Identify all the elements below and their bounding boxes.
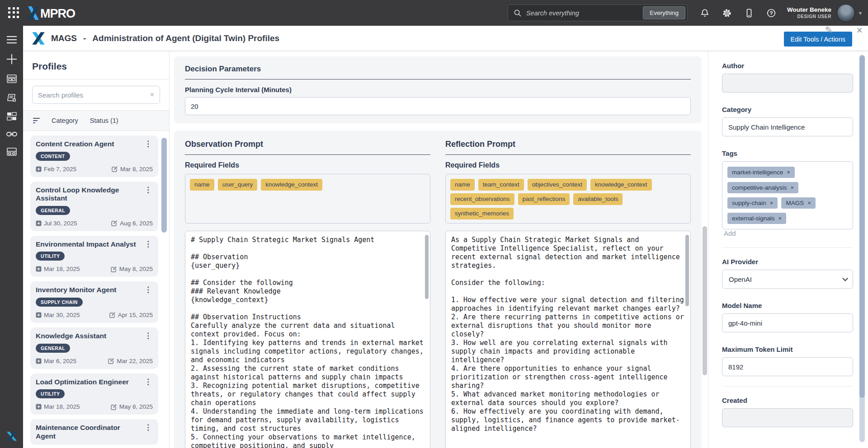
add-tag-placeholder[interactable]: Add	[722, 229, 736, 237]
profiles-list: Content Creation Agent ⋮ CONTENT Feb 7, …	[23, 131, 169, 445]
filter-icon[interactable]	[33, 118, 40, 123]
top-bar: MPRO Everything ?	[0, 0, 868, 26]
notifications-bell-icon[interactable]	[700, 8, 710, 18]
xmpro-x-logo[interactable]	[6, 431, 18, 442]
model-name-input[interactable]	[722, 313, 853, 332]
app-designer-nav-icon[interactable]	[7, 112, 17, 121]
tags-box: market-intelligence× competitive-analysi…	[722, 161, 853, 229]
created-date: Feb 7, 2025	[36, 166, 76, 173]
required-field-tag: available_tools	[573, 193, 623, 205]
remove-tag-icon[interactable]: ×	[778, 215, 782, 222]
clear-search-icon[interactable]: ×	[150, 91, 154, 99]
profile-name: Knowledge Assistant	[36, 332, 110, 341]
modified-pencil-icon	[112, 166, 118, 172]
observation-prompt-textarea[interactable]: # Supply Chain Strategic Market Signals …	[185, 231, 430, 448]
category-input[interactable]	[722, 117, 853, 136]
close-icon[interactable]: ×	[857, 24, 863, 37]
left-nav-rail	[0, 26, 23, 448]
prompts-card: Observation Prompt Required Fields nameu…	[174, 131, 702, 448]
profiles-scrollbar-thumb[interactable]	[161, 138, 167, 233]
main-content: Decision Parameters Planning Cycle Inter…	[170, 51, 708, 448]
reflection-required-fields-label: Required Fields	[445, 161, 691, 169]
created-input[interactable]	[722, 408, 853, 427]
category-badge: GENERAL	[36, 344, 70, 353]
kebab-menu-icon[interactable]: ⋮	[143, 332, 153, 340]
created-date: Mar 18, 2025	[36, 266, 80, 272]
profile-name: Load Optimization Engineer	[36, 378, 132, 387]
search-scope-button[interactable]: Everything	[643, 6, 685, 19]
profile-list-item[interactable]: Knowledge Assistant ⋮ GENERAL Mar 6, 202…	[30, 327, 158, 369]
profile-list-item[interactable]: Inventory Monitor Agent ⋮ SUPPLY CHAIN M…	[30, 281, 158, 323]
filter-status[interactable]: Status (1)	[90, 117, 118, 124]
tag-chip: market-intelligence×	[727, 167, 795, 178]
title-separator: -	[83, 33, 86, 43]
author-input[interactable]	[722, 74, 853, 93]
created-date: Mar 30, 2025	[36, 312, 80, 318]
dashboards-nav-icon[interactable]	[7, 75, 17, 83]
textarea-scrollbar-thumb[interactable]	[685, 235, 689, 306]
kebab-menu-icon[interactable]: ⋮	[143, 186, 153, 194]
reflection-prompt-title: Reflection Prompt	[445, 140, 691, 149]
profiles-search: ×	[32, 86, 160, 104]
user-menu-caret-icon[interactable]: ▾	[859, 10, 862, 16]
required-field-tag: name	[450, 179, 475, 191]
remove-tag-icon[interactable]: ×	[807, 200, 811, 206]
required-field-tag: synthetic_memories	[450, 208, 514, 219]
profiles-search-input[interactable]	[38, 91, 150, 99]
model-name-label: Model Name	[722, 302, 853, 309]
profile-name: Environmental Impact Analyst	[36, 240, 140, 249]
remove-tag-icon[interactable]: ×	[791, 184, 794, 191]
modified-date: Mar 22, 2025	[108, 358, 153, 364]
profile-list-item[interactable]: Content Creation Agent ⋮ CONTENT Feb 7, …	[30, 135, 158, 177]
kebab-menu-icon[interactable]: ⋮	[143, 286, 153, 294]
svg-text:MPRO: MPRO	[40, 7, 75, 20]
data-streams-nav-icon[interactable]	[7, 93, 17, 102]
required-field-tag: knowledge_context	[261, 179, 322, 191]
kebab-menu-icon[interactable]: ⋮	[143, 378, 153, 386]
planning-cycle-input[interactable]	[185, 97, 691, 115]
profile-list-item[interactable]: Maintenance Coordinator Agent ⋮	[30, 419, 158, 445]
modified-pencil-icon	[108, 358, 114, 364]
help-icon[interactable]: ?	[766, 8, 776, 18]
profile-list-item[interactable]: Environmental Impact Analyst ⋮ UTILITY M…	[30, 236, 158, 277]
recommendations-nav-icon[interactable]	[7, 148, 17, 156]
token-limit-input[interactable]	[722, 357, 853, 376]
ai-provider-select[interactable]: OpenAI	[722, 270, 853, 289]
reflection-prompt-textarea[interactable]: As a Supply Chain Strategic Market Signa…	[445, 231, 691, 448]
profile-dates: Mar 18, 2025 May 8, 2025	[36, 266, 153, 272]
search-input[interactable]	[522, 9, 643, 17]
main-scrollbar-thumb[interactable]	[703, 226, 707, 375]
edit-pencil-icon[interactable]: ✎	[825, 25, 833, 36]
kebab-menu-icon[interactable]: ⋮	[143, 424, 153, 431]
integrations-link-nav-icon[interactable]	[6, 131, 17, 138]
mobile-device-icon[interactable]	[744, 8, 754, 18]
textarea-scrollbar-thumb[interactable]	[425, 235, 429, 299]
user-info[interactable]: Wouter Beneke DESIGN USER	[787, 6, 831, 19]
details-scrollbar-thumb[interactable]	[859, 56, 865, 398]
profile-list-item[interactable]: Control Loop Knowledge Assistant ⋮ GENER…	[30, 182, 158, 231]
kebab-menu-icon[interactable]: ⋮	[143, 140, 153, 148]
observation-required-fields-label: Required Fields	[185, 161, 430, 169]
required-field-tag: objectives_context	[528, 179, 587, 191]
modified-date: May 8, 2025	[111, 403, 153, 410]
profile-list-item[interactable]: Load Optimization Engineer ⋮ UTILITY Mar…	[30, 373, 158, 415]
modified-date: Aug 6, 2025	[111, 220, 153, 227]
decision-parameters-title: Decision Parameters	[185, 65, 691, 74]
remove-tag-icon[interactable]: ×	[770, 200, 774, 206]
settings-gear-icon[interactable]	[722, 8, 732, 18]
category-badge: GENERAL	[36, 206, 70, 215]
filter-category[interactable]: Category	[52, 117, 78, 124]
kebab-menu-icon[interactable]: ⋮	[143, 240, 153, 248]
created-plus-icon	[36, 220, 42, 226]
profile-dates: Mar 6, 2025 Mar 22, 2025	[36, 358, 153, 364]
remove-tag-icon[interactable]: ×	[787, 169, 790, 176]
hamburger-menu-icon[interactable]	[6, 36, 17, 44]
apps-grid-icon[interactable]	[8, 7, 20, 19]
tag-chip: supply-chain×	[727, 197, 778, 209]
tags-label: Tags	[722, 149, 853, 157]
edit-tools-actions-button[interactable]: Edit Tools / Actions	[784, 32, 852, 47]
divider	[722, 247, 853, 248]
avatar[interactable]	[837, 4, 855, 22]
modified-pencil-icon	[111, 266, 117, 272]
add-new-icon[interactable]	[6, 54, 17, 65]
